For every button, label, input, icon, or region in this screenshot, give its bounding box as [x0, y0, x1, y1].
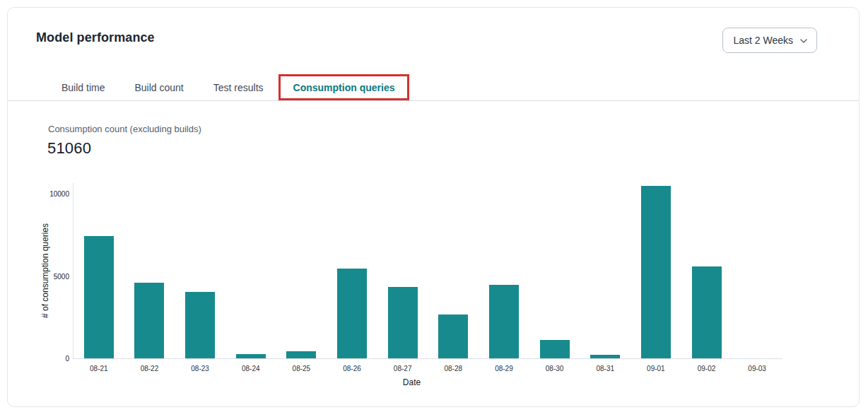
y-tick-label: 10000 [49, 190, 69, 198]
bar [641, 186, 671, 359]
x-tick-label: 08-28 [445, 365, 463, 372]
bar-slot: 08-25 [276, 183, 327, 358]
bar-slot: 08-28 [428, 183, 479, 358]
y-ticks: 0500010000 [31, 183, 74, 358]
y-tick-label: 0 [65, 355, 69, 363]
bar [692, 266, 722, 358]
x-tick-label: 08-23 [191, 365, 209, 372]
bar-chart-plot-area: # of consumption queries Date 0500010000… [73, 183, 782, 359]
metric-label: Consumption count (excluding builds) [48, 124, 201, 134]
bar [185, 292, 215, 358]
bar-slot: 08-23 [175, 183, 225, 358]
bar [388, 287, 418, 358]
x-tick-label: 09-02 [698, 365, 716, 372]
x-tick-label: 08-30 [546, 365, 564, 372]
model-performance-card: Model performance Last 2 Weeks Build tim… [7, 7, 860, 407]
x-tick-label: 08-31 [596, 365, 614, 372]
tab-build-count[interactable]: Build count [119, 74, 198, 100]
bar [489, 285, 519, 358]
x-tick-label: 09-01 [647, 365, 665, 372]
bar [286, 351, 316, 358]
x-tick-label: 08-29 [495, 365, 513, 372]
tab-test-results[interactable]: Test results [199, 74, 278, 100]
bar [540, 340, 570, 358]
bar [84, 236, 114, 358]
bar [438, 315, 468, 358]
bar-slot: 09-03 [732, 183, 782, 358]
bar [134, 283, 164, 358]
bar-slot: 08-26 [327, 183, 377, 358]
x-tick-label: 08-26 [343, 365, 361, 372]
x-tick-label: 08-24 [242, 365, 260, 372]
x-tick-label: 08-22 [141, 365, 159, 372]
tab-bar: Build time Build count Test results Cons… [8, 74, 859, 101]
bar [337, 269, 367, 358]
bar-slot: 08-31 [580, 183, 631, 358]
x-tick-label: 08-25 [293, 365, 311, 372]
bar-slot: 08-24 [225, 183, 276, 358]
date-range-label: Last 2 Weeks [733, 35, 793, 46]
bar-slot: 09-02 [681, 183, 732, 358]
metric-value: 51060 [47, 139, 91, 158]
bar-slot: 08-22 [124, 183, 175, 358]
page-title: Model performance [36, 30, 155, 45]
x-axis-title: Date [403, 377, 421, 387]
x-tick-label: 08-21 [90, 365, 108, 372]
x-tick-label: 08-27 [394, 365, 412, 372]
tab-build-time[interactable]: Build time [47, 74, 119, 100]
bar-slot: 08-29 [479, 183, 529, 358]
bar [236, 354, 266, 358]
bar [590, 355, 620, 358]
chevron-down-icon [800, 39, 807, 43]
bar-slot: 08-30 [529, 183, 580, 358]
y-tick-label: 5000 [54, 272, 69, 280]
bar-slot: 09-01 [631, 183, 681, 358]
x-tick-label: 09-03 [748, 365, 766, 372]
bar-slot: 08-21 [74, 183, 124, 358]
tab-consumption-queries[interactable]: Consumption queries [278, 74, 410, 100]
date-range-dropdown[interactable]: Last 2 Weeks [722, 28, 817, 53]
bar-slot: 08-27 [377, 183, 428, 358]
